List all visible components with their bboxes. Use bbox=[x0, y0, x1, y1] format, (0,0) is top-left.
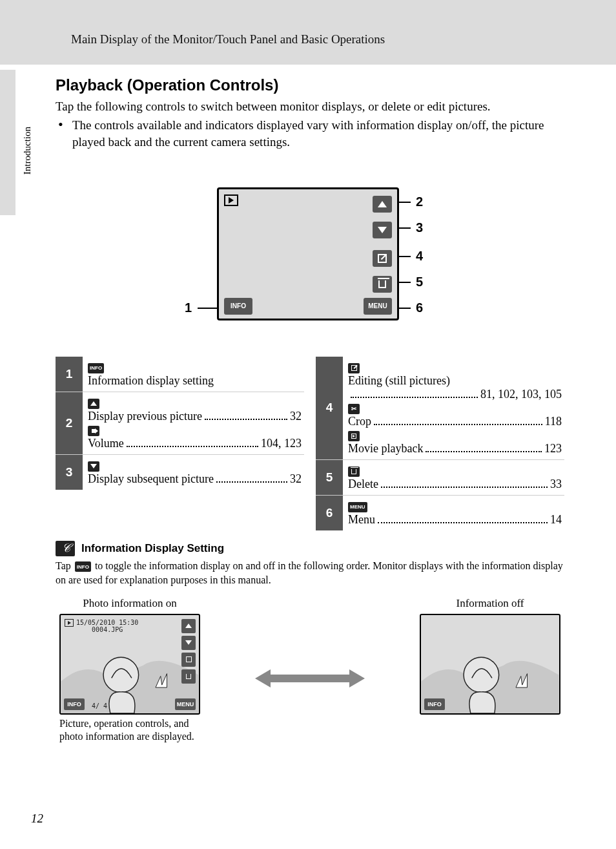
svg-marker-2 bbox=[255, 669, 365, 687]
photo-counter: 4/ 4 bbox=[92, 702, 107, 709]
row-label: Volume bbox=[88, 437, 124, 450]
info-icon: INFO bbox=[75, 561, 91, 572]
page-title: Playback (Operation Controls) bbox=[56, 76, 564, 94]
row-label: Information display setting bbox=[88, 374, 302, 388]
delete-button[interactable] bbox=[373, 276, 392, 293]
sound-icon bbox=[88, 426, 99, 436]
edit-icon bbox=[348, 363, 360, 373]
intro-text: Tap the following controls to switch bet… bbox=[56, 98, 564, 116]
note-icon: 𝒞 bbox=[56, 541, 75, 556]
table-row: 1INFOInformation display setting bbox=[56, 357, 304, 392]
example-left-label: Photo information on bbox=[59, 597, 200, 610]
page-ref: 32 bbox=[290, 410, 302, 423]
row-label: Delete bbox=[348, 477, 378, 491]
row-label: Editing (still pictures) bbox=[348, 374, 562, 388]
table-row: 2 Display previous picture32 Volume104, … bbox=[56, 392, 304, 454]
ex-info-button[interactable]: INFO bbox=[424, 698, 445, 710]
row-body: Display previous picture32 Volume104, 12… bbox=[83, 392, 304, 454]
row-label: Crop bbox=[348, 415, 371, 428]
down-icon bbox=[88, 461, 99, 472]
page-ref: 104, 123 bbox=[261, 437, 302, 450]
playback-diagram: MENU INFO 2 3 4 5 6 1 bbox=[194, 176, 426, 331]
row-number: 3 bbox=[56, 455, 83, 490]
table-row: 6MENU Menu14 bbox=[316, 495, 564, 530]
svg-point-4 bbox=[464, 657, 499, 693]
page-ref: 32 bbox=[290, 472, 302, 486]
ex-up-button[interactable] bbox=[181, 619, 196, 633]
row-body: Display subsequent picture32 bbox=[83, 455, 304, 490]
row-number: 5 bbox=[316, 460, 343, 495]
callout-5: 5 bbox=[416, 275, 423, 289]
example-screen-off: INFO bbox=[420, 614, 560, 715]
double-arrow-icon bbox=[255, 668, 365, 691]
page-ref: 14 bbox=[550, 513, 562, 527]
table-row: 4Editing (still pictures)81, 102, 103, 1… bbox=[316, 357, 564, 459]
photo-meta: 15/05/2010 15:30 0004.JPG bbox=[76, 619, 138, 633]
header-bar: Main Display of the Monitor/Touch Panel … bbox=[0, 0, 616, 65]
down-button[interactable] bbox=[373, 222, 392, 238]
svg-point-1 bbox=[103, 657, 139, 693]
breadcrumb: Main Display of the Monitor/Touch Panel … bbox=[0, 32, 616, 47]
row-body: Delete33 bbox=[343, 460, 564, 495]
example-right-label: Information off bbox=[420, 597, 560, 610]
playback-icon bbox=[65, 619, 74, 627]
row-label: Menu bbox=[348, 513, 375, 527]
example-screen-on: 15/05/2010 15:30 0004.JPG INFO MENU 4/ 4 bbox=[59, 614, 200, 715]
row-body: INFOInformation display setting bbox=[83, 357, 304, 392]
ex-info-button[interactable]: INFO bbox=[64, 698, 85, 710]
example-left-caption: Picture, operation controls, and photo i… bbox=[59, 717, 200, 744]
page-ref: 33 bbox=[550, 477, 562, 491]
ex-menu-button[interactable]: MENU bbox=[175, 698, 196, 710]
row-label: Display subsequent picture bbox=[88, 472, 214, 486]
screen-outline: MENU INFO bbox=[217, 187, 399, 320]
trash-icon bbox=[348, 466, 360, 477]
row-number: 1 bbox=[56, 357, 83, 392]
crop-icon bbox=[348, 404, 360, 414]
up-icon bbox=[88, 399, 99, 409]
table-row: 5 Delete33 bbox=[316, 459, 564, 495]
callout-1: 1 bbox=[185, 300, 192, 315]
page-ref: 123 bbox=[544, 442, 562, 456]
row-number: 4 bbox=[316, 357, 343, 459]
note-text: Tap INFO to toggle the information displ… bbox=[56, 559, 564, 588]
playback-mode-icon bbox=[224, 194, 238, 206]
callout-4: 4 bbox=[416, 249, 423, 264]
info-icon: INFO bbox=[88, 363, 104, 373]
ex-down-button[interactable] bbox=[181, 636, 196, 650]
side-tab bbox=[0, 70, 15, 215]
page-ref: 81, 102, 103, 105 bbox=[480, 388, 562, 401]
bullet-note: The controls available and indicators di… bbox=[67, 117, 564, 151]
callout-2: 2 bbox=[416, 194, 423, 209]
ex-edit-button[interactable] bbox=[181, 653, 196, 667]
up-button[interactable] bbox=[373, 196, 392, 213]
row-body: MENU Menu14 bbox=[343, 496, 564, 530]
controls-legend: 1INFOInformation display setting2 Displa… bbox=[56, 357, 564, 530]
ex-delete-button[interactable] bbox=[181, 669, 196, 684]
callout-6: 6 bbox=[416, 300, 423, 315]
edit-button[interactable] bbox=[373, 250, 392, 267]
row-body: Editing (still pictures)81, 102, 103, 10… bbox=[343, 357, 564, 459]
menu-icon: MENU bbox=[348, 502, 367, 512]
info-button[interactable]: INFO bbox=[224, 298, 252, 315]
page-ref: 118 bbox=[545, 415, 562, 428]
side-tab-label: Introduction bbox=[22, 127, 33, 174]
row-number: 2 bbox=[56, 392, 83, 454]
page-number: 12 bbox=[31, 812, 43, 826]
menu-button[interactable]: MENU bbox=[364, 298, 392, 315]
row-label: Movie playback bbox=[348, 442, 423, 456]
note-title: Information Display Setting bbox=[81, 542, 224, 555]
callout-3: 3 bbox=[416, 220, 423, 235]
row-number: 6 bbox=[316, 496, 343, 530]
play-icon bbox=[348, 431, 360, 441]
row-label: Display previous picture bbox=[88, 410, 202, 423]
table-row: 3 Display subsequent picture32 bbox=[56, 454, 304, 490]
